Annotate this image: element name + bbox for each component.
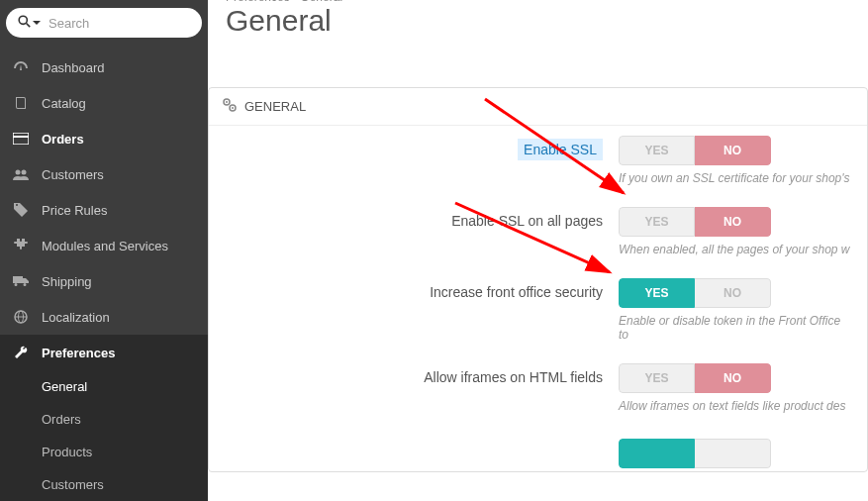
puzzle-icon	[12, 238, 30, 253]
svg-line-1	[27, 24, 31, 28]
svg-point-5	[22, 170, 27, 175]
control-col	[619, 435, 853, 471]
tag-icon	[12, 202, 30, 218]
toggle-no[interactable]	[695, 439, 771, 468]
panel-title: GENERAL	[244, 99, 306, 114]
sidebar-item-preferences[interactable]: Preferences	[0, 335, 208, 370]
panel-header: GENERAL	[209, 88, 867, 126]
search-input[interactable]	[48, 16, 215, 31]
search-box[interactable]	[6, 8, 202, 38]
panel-general: GENERAL Enable SSL YES NO If you own an …	[208, 87, 868, 472]
toggle-no[interactable]: NO	[695, 136, 771, 165]
label-fo-security: Increase front office security	[223, 278, 619, 300]
nav-label: Customers	[42, 167, 104, 182]
toggle-enable-ssl-all[interactable]: YES NO	[619, 207, 771, 237]
nav-label: Price Rules	[42, 203, 107, 218]
nav-label: Localization	[42, 310, 110, 325]
control-col: YES NO When enabled, all the pages of yo…	[619, 207, 853, 268]
toggle-no[interactable]: NO	[695, 207, 771, 237]
subnav-item-orders[interactable]: Orders	[0, 403, 208, 436]
label-enable-ssl-all: Enable SSL on all pages	[223, 207, 619, 229]
row-enable-ssl-all: Enable SSL on all pages YES NO When enab…	[209, 197, 867, 268]
gears-icon	[223, 98, 237, 115]
toggle-yes[interactable]: YES	[619, 363, 695, 393]
search-wrap	[0, 0, 208, 50]
dashboard-icon	[12, 59, 30, 75]
toggle-yes[interactable]: YES	[619, 207, 695, 237]
row-next	[209, 425, 867, 471]
truck-icon	[12, 273, 30, 289]
users-icon	[12, 166, 30, 182]
globe-icon	[12, 309, 30, 325]
nav: Dashboard Catalog Orders Customers Price…	[0, 50, 208, 501]
search-icon	[18, 15, 31, 31]
svg-point-0	[19, 16, 27, 24]
toggle-no[interactable]: NO	[695, 363, 771, 393]
label-allow-iframes: Allow iframes on HTML fields	[223, 363, 619, 385]
nav-label: Modules and Services	[42, 239, 168, 253]
sidebar-item-modules[interactable]: Modules and Services	[0, 228, 208, 263]
nav-label: Shipping	[42, 274, 92, 289]
toggle-no[interactable]: NO	[695, 278, 771, 308]
main: Preferences › General General GENERAL En…	[208, 0, 868, 501]
svg-point-4	[16, 170, 21, 175]
toggle-enable-ssl[interactable]: YES NO	[619, 136, 771, 165]
control-col: YES NO Allow iframes on text fields like…	[619, 363, 853, 425]
svg-point-12	[232, 107, 234, 109]
sidebar-item-orders[interactable]: Orders	[0, 121, 208, 156]
subnav-item-products[interactable]: Products	[0, 436, 208, 468]
row-fo-security: Increase front office security YES NO En…	[209, 268, 867, 353]
toggle-yes[interactable]	[619, 439, 695, 468]
sidebar-item-shipping[interactable]: Shipping	[0, 263, 208, 299]
sidebar-item-dashboard[interactable]: Dashboard	[0, 50, 208, 85]
control-col: YES NO If you own an SSL certificate for…	[619, 136, 853, 197]
nav-label: Preferences	[42, 346, 115, 360]
sidebar-item-localization[interactable]: Localization	[0, 299, 208, 335]
label-enable-ssl: Enable SSL	[223, 136, 619, 157]
nav-label: Orders	[42, 132, 84, 147]
toggle-allow-iframes[interactable]: YES NO	[619, 363, 771, 393]
svg-rect-2	[13, 133, 29, 145]
help-text: If you own an SSL certificate for your s…	[619, 171, 853, 197]
help-text: Allow iframes on text fields like produc…	[619, 399, 853, 425]
nav-label: Dashboard	[42, 60, 105, 75]
nav-label: Catalog	[42, 96, 86, 111]
sidebar-item-customers[interactable]: Customers	[0, 156, 208, 192]
subnav-item-customers[interactable]: Customers	[0, 468, 208, 501]
sidebar-item-catalog[interactable]: Catalog	[0, 85, 208, 121]
subnav-item-general[interactable]: General	[0, 370, 208, 403]
subnav: General Orders Products Customers	[0, 370, 208, 501]
svg-rect-3	[13, 136, 29, 138]
book-icon	[12, 95, 30, 111]
toggle-fo-security[interactable]: YES NO	[619, 278, 771, 308]
help-text: When enabled, all the pages of your shop…	[619, 243, 853, 268]
row-allow-iframes: Allow iframes on HTML fields YES NO Allo…	[209, 353, 867, 425]
credit-card-icon	[12, 131, 30, 147]
label-next	[223, 435, 619, 441]
wrench-icon	[12, 345, 30, 360]
row-enable-ssl: Enable SSL YES NO If you own an SSL cert…	[209, 126, 867, 197]
enable-ssl-link[interactable]: Enable SSL	[518, 139, 603, 160]
svg-point-11	[226, 101, 228, 103]
toggle-yes[interactable]: YES	[619, 278, 695, 308]
control-col: YES NO Enable or disable token in the Fr…	[619, 278, 853, 353]
sidebar-item-price-rules[interactable]: Price Rules	[0, 192, 208, 228]
toggle-yes[interactable]: YES	[619, 136, 695, 165]
help-text: Enable or disable token in the Front Off…	[619, 314, 853, 353]
toggle-next[interactable]	[619, 439, 771, 468]
caret-down-icon[interactable]	[33, 21, 41, 25]
sidebar: Dashboard Catalog Orders Customers Price…	[0, 0, 208, 501]
page-title: General	[208, 4, 868, 51]
